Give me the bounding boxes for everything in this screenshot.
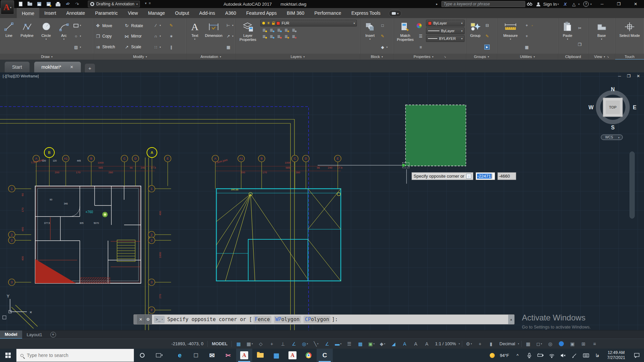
viewport-minimize-icon[interactable]: ─ bbox=[618, 74, 621, 78]
task-view-button[interactable] bbox=[150, 349, 166, 362]
chevron-down-icon[interactable]: ▾ bbox=[578, 3, 582, 6]
cortana-button[interactable] bbox=[134, 349, 150, 362]
layer-freeze-button[interactable]: ≣ bbox=[275, 27, 282, 33]
id-point-button[interactable]: +◦ bbox=[524, 22, 537, 28]
status-quick-calc[interactable]: ▦ bbox=[524, 340, 533, 348]
taskbar-app-store[interactable]: □ bbox=[188, 349, 204, 362]
capture-tool-button[interactable]: ▾ bbox=[389, 10, 401, 17]
group-button[interactable]: Group bbox=[468, 19, 483, 54]
status-isodraft[interactable]: ╲▾ bbox=[311, 340, 321, 348]
ribbon-tab-a360[interactable]: A360 bbox=[220, 8, 241, 18]
viewport-controls[interactable]: [-][Top][2D Wireframe] bbox=[3, 74, 39, 78]
new-file-button[interactable] bbox=[17, 1, 23, 7]
ribbon-tab-output[interactable]: Output bbox=[170, 8, 194, 18]
layer-current-button[interactable]: ≣ bbox=[268, 34, 275, 39]
action-center-button[interactable] bbox=[629, 349, 644, 362]
group-selection-toggle[interactable]: ▶ bbox=[484, 44, 495, 50]
show-hidden-icons-button[interactable]: ^ bbox=[512, 349, 523, 362]
layer-previous-button[interactable]: ≣ bbox=[290, 27, 297, 33]
minimize-button[interactable]: ─ bbox=[594, 0, 610, 8]
paste-button[interactable]: Paste ▾ bbox=[559, 19, 576, 54]
fillet-button[interactable]: ∩▾ bbox=[153, 33, 167, 39]
hatch-tool-button[interactable]: ▨▾ bbox=[73, 44, 92, 50]
status-graphics-performance[interactable]: ◢ bbox=[389, 340, 398, 348]
model-space-button[interactable]: MODEL bbox=[212, 341, 227, 346]
copy-clip-button[interactable]: ❐ bbox=[577, 42, 586, 48]
status-object-isolate[interactable]: ◎ bbox=[546, 340, 555, 348]
status-ui-lock[interactable]: ◻▾ bbox=[535, 340, 544, 348]
panel-title-draw[interactable]: Draw▾ bbox=[0, 54, 94, 60]
group-edit-button[interactable]: ✎ bbox=[484, 33, 495, 39]
annotation-scale-button[interactable]: 1:1 / 100% bbox=[435, 341, 456, 346]
quick-calc-button[interactable]: ▦ bbox=[524, 44, 537, 50]
wifi-icon[interactable] bbox=[546, 349, 557, 362]
command-customize-icon[interactable]: ⚙ bbox=[145, 315, 152, 324]
viewport-restore-icon[interactable]: ❐ bbox=[627, 74, 631, 78]
microphone-icon[interactable] bbox=[523, 349, 535, 362]
tab-layout1[interactable]: Layout1 bbox=[22, 330, 47, 339]
ribbon-tab-view[interactable]: View bbox=[123, 8, 143, 18]
copy-button[interactable]: ❐Copy bbox=[95, 33, 123, 40]
ribbon-tab-performance[interactable]: Performance bbox=[309, 8, 346, 18]
ribbon-tab-featured-apps[interactable]: Featured Apps bbox=[241, 8, 282, 18]
status-object-snap-tracking[interactable]: ∠ bbox=[322, 340, 332, 348]
help-search-input[interactable] bbox=[441, 1, 525, 7]
taskbar-search-input[interactable] bbox=[27, 353, 121, 358]
status-osnap[interactable]: ◎▾ bbox=[300, 340, 310, 348]
panel-title-layers[interactable]: Layers▾ bbox=[235, 54, 360, 60]
explode-button[interactable]: ∗ bbox=[168, 33, 180, 39]
status-transparency[interactable]: ☰ bbox=[344, 340, 354, 348]
panel-title-modify[interactable]: Modify▾ bbox=[94, 54, 186, 60]
autocad-app-menu-button[interactable]: A▾ bbox=[1, 0, 14, 14]
volume-muted-icon[interactable] bbox=[557, 349, 569, 362]
layer-off-button[interactable]: ≣ bbox=[290, 34, 297, 39]
command-line-bar[interactable]: ✕ ⚙ >_ ▾ Specify opposite corner or [Fen… bbox=[133, 314, 515, 324]
sign-in-button[interactable]: Sign In bbox=[543, 2, 557, 7]
model-space-viewport[interactable]: ABA1BCDAEAA1BCDE122312233' 7.5cm joint10… bbox=[0, 72, 644, 330]
panel-title-touch[interactable]: Touch bbox=[615, 54, 644, 60]
new-layout-button[interactable]: + bbox=[50, 332, 56, 338]
a360-exchange-icon[interactable]: X bbox=[561, 0, 570, 8]
dynamic-input-y-field[interactable]: -4660 bbox=[497, 172, 516, 180]
restore-button[interactable]: ❐ bbox=[610, 0, 627, 8]
linear-dimension-button[interactable]: ⊢▾ bbox=[225, 22, 234, 28]
compass-north[interactable]: N bbox=[611, 86, 615, 92]
table-button[interactable]: ▦ bbox=[225, 44, 234, 50]
object-color-selector[interactable]: ByLayer▾ bbox=[426, 20, 465, 26]
taskbar-app-excel[interactable]: ▦ bbox=[268, 349, 284, 362]
compass-west[interactable]: W bbox=[588, 105, 594, 110]
trim-button[interactable]: ∕▾ bbox=[153, 22, 167, 28]
taskbar-app-autocad[interactable]: A bbox=[236, 349, 252, 362]
battery-icon[interactable] bbox=[535, 349, 546, 362]
save-button[interactable] bbox=[36, 1, 42, 7]
ribbon-tab-bim-360[interactable]: BIM 360 bbox=[282, 8, 309, 18]
layer-selector[interactable]: ☀ FUR ▾ bbox=[260, 20, 357, 26]
chevron-down-icon[interactable]: ▾ bbox=[590, 3, 594, 6]
circle-button[interactable]: Circle ▾ bbox=[38, 19, 55, 54]
status-annotation-autoscale[interactable]: A bbox=[411, 340, 420, 348]
new-drawing-tab-button[interactable]: + bbox=[85, 64, 95, 72]
panel-title-annotation[interactable]: Annotation▾ bbox=[186, 54, 235, 60]
layer-lock-button[interactable]: ≣ bbox=[282, 27, 290, 33]
status-ortho-mode[interactable]: ⊥ bbox=[278, 340, 287, 348]
cut-button[interactable]: ✂ bbox=[577, 25, 586, 31]
status-dynamic-ucs[interactable]: ◆▾ bbox=[378, 340, 387, 348]
search-expand-icon[interactable]: ▸ bbox=[433, 0, 441, 8]
open-file-button[interactable] bbox=[27, 1, 33, 7]
status-menu[interactable]: ≡ bbox=[590, 340, 599, 348]
undo-button[interactable]: ↶▾ bbox=[64, 1, 70, 7]
recent-commands-button[interactable]: ▲ bbox=[508, 315, 514, 324]
status-grid-display[interactable]: ▦▾ bbox=[245, 340, 254, 348]
rectangle-tool-button[interactable]: ▾ bbox=[73, 22, 92, 28]
offset-button[interactable]: ∥ bbox=[168, 44, 180, 50]
leader-button[interactable]: ↗▾ bbox=[225, 33, 234, 39]
save-as-button[interactable] bbox=[46, 1, 52, 7]
text-button[interactable]: A Text ▾ bbox=[188, 19, 202, 54]
file-tab-document[interactable]: mokhtari*✕ bbox=[34, 62, 81, 72]
layer-isolate-button[interactable]: ≣ bbox=[260, 27, 268, 33]
status-annotation-visibility[interactable]: A bbox=[400, 340, 409, 348]
temperature-readout[interactable]: 94°F bbox=[497, 349, 512, 362]
status-customization[interactable]: ⚙▾ bbox=[464, 340, 474, 348]
panel-title-block[interactable]: Block▾ bbox=[360, 54, 393, 60]
ribbon-tab-home[interactable]: Home bbox=[17, 8, 39, 18]
